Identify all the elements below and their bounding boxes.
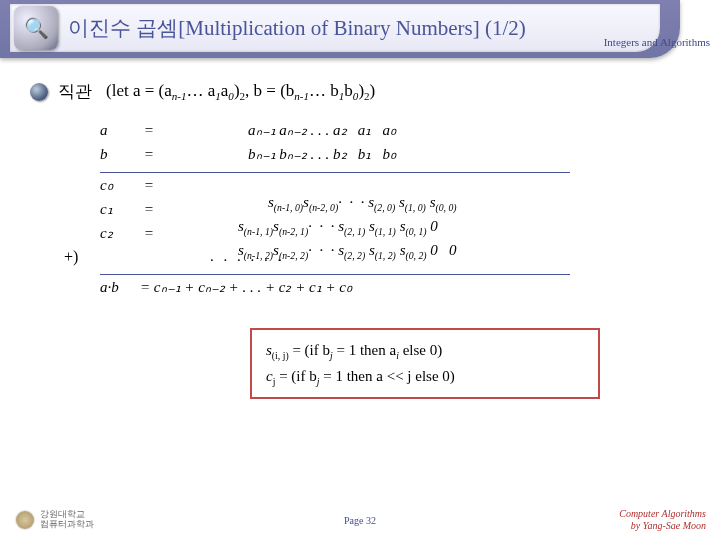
formula-box: s(i, j) = (if bj = 1 then ai else 0) cj …	[250, 328, 600, 399]
row-a: a = aₙ₋₁ aₙ₋₂ . . . a₂ a₁ a₀	[100, 121, 690, 145]
divider-1	[100, 172, 570, 173]
result-sum: = cₙ₋₁ + cₙ₋₂ + . . . + c₂ + c₁ + c₀	[140, 278, 690, 296]
a-expansion: aₙ₋₁ aₙ₋₂ . . . a₂ a₁ a₀	[158, 121, 690, 139]
formula-c: cj = (if bj = 1 then a << j else 0)	[266, 364, 584, 390]
title-bar: 이진수 곱셈[Multiplication of Binary Numbers]…	[0, 0, 680, 58]
page-title: 이진수 곱셈[Multiplication of Binary Numbers]…	[68, 14, 526, 42]
b-expansion: bₙ₋₁ bₙ₋₂ . . . b₂ b₁ b₀	[158, 145, 690, 163]
page-number: Page 32	[344, 515, 376, 526]
formula-s: s(i, j) = (if bj = 1 then ai else 0)	[266, 338, 584, 364]
bullet-line: 직관 (let a = (an-1… a1a0)2, b = (bn-1… b1…	[30, 80, 690, 103]
intuition-label: 직관	[58, 80, 92, 103]
footer: 강원대학교컴퓨터과학과 Page 32 Computer Algorithms …	[0, 510, 720, 530]
title-icon: 🔍	[14, 6, 58, 50]
university-name: 강원대학교컴퓨터과학과	[40, 510, 94, 530]
row-c1: c₁ = s(n-1, 1)s(n-2, 1)· · · s(2, 1) s(1…	[100, 200, 690, 224]
let-definition: (let a = (an-1… a1a0)2, b = (bn-1… b1b0)…	[106, 81, 375, 102]
credit: Computer Algorithms by Yang-Sae Moon	[619, 508, 706, 532]
title-inner: 이진수 곱셈[Multiplication of Binary Numbers]…	[10, 4, 660, 52]
row-c0: c₀ = s(n-1, 0)s(n-2, 0)· · · s(2, 0) s(1…	[100, 176, 690, 200]
plus-sign: +)	[64, 248, 78, 266]
bullet-icon	[30, 83, 48, 101]
ellipsis-row: . . . . . .	[100, 248, 284, 265]
content: 직관 (let a = (an-1… a1a0)2, b = (bn-1… b1…	[0, 58, 720, 399]
row-result: a·b = cₙ₋₁ + cₙ₋₂ + . . . + c₂ + c₁ + c₀	[100, 278, 690, 302]
university-logo-icon	[16, 511, 34, 529]
calculation-block: a = aₙ₋₁ aₙ₋₂ . . . a₂ a₁ a₀ b = bₙ₋₁ bₙ…	[100, 121, 690, 302]
row-b: b = bₙ₋₁ bₙ₋₂ . . . b₂ b₁ b₀	[100, 145, 690, 169]
course-label: Integers and Algorithms	[604, 36, 710, 48]
row-plus-dots: +) . . . . . .	[100, 248, 690, 272]
row-c2: c₂ = s(n-1, 2)s(n-2, 2)· · · s(2, 2) s(1…	[100, 224, 690, 248]
